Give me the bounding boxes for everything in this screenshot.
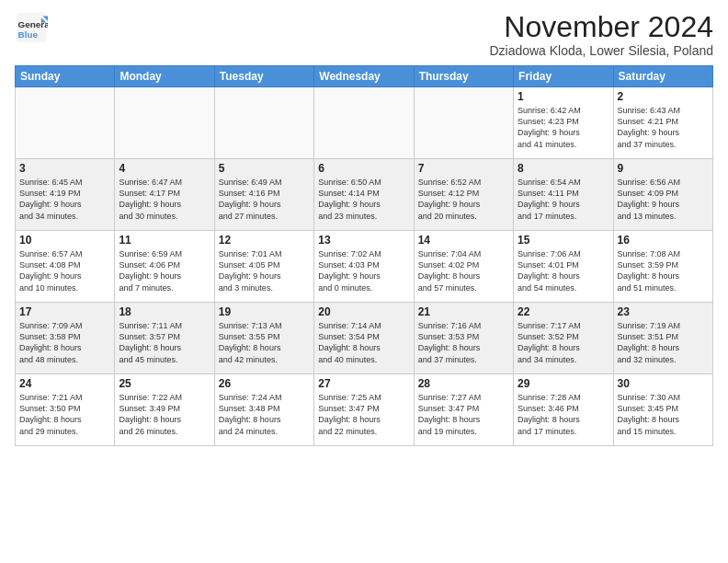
header: General Blue November 2024 Dziadowa Klod… xyxy=(15,11,713,58)
day-info: Sunrise: 6:57 AM Sunset: 4:08 PM Dayligh… xyxy=(19,248,110,293)
table-row: 11Sunrise: 6:59 AM Sunset: 4:06 PM Dayli… xyxy=(115,231,214,303)
calendar-week-row: 10Sunrise: 6:57 AM Sunset: 4:08 PM Dayli… xyxy=(16,231,713,303)
day-info: Sunrise: 7:01 AM Sunset: 4:05 PM Dayligh… xyxy=(219,248,310,293)
day-info: Sunrise: 6:59 AM Sunset: 4:06 PM Dayligh… xyxy=(119,248,210,293)
col-sunday: Sunday xyxy=(16,66,115,87)
day-number: 14 xyxy=(418,234,509,247)
day-number: 9 xyxy=(618,162,709,175)
day-info: Sunrise: 7:14 AM Sunset: 3:54 PM Dayligh… xyxy=(318,320,409,365)
day-number: 29 xyxy=(518,377,609,390)
day-info: Sunrise: 6:49 AM Sunset: 4:16 PM Dayligh… xyxy=(219,177,310,222)
day-number: 15 xyxy=(518,234,609,247)
title-block: November 2024 Dziadowa Kloda, Lower Sile… xyxy=(489,11,713,58)
day-info: Sunrise: 6:52 AM Sunset: 4:12 PM Dayligh… xyxy=(418,177,509,222)
day-info: Sunrise: 7:21 AM Sunset: 3:50 PM Dayligh… xyxy=(19,392,110,437)
table-row: 22Sunrise: 7:17 AM Sunset: 3:52 PM Dayli… xyxy=(514,303,613,374)
table-row xyxy=(214,87,313,159)
col-saturday: Saturday xyxy=(613,66,712,87)
table-row: 24Sunrise: 7:21 AM Sunset: 3:50 PM Dayli… xyxy=(16,374,115,446)
day-info: Sunrise: 7:22 AM Sunset: 3:49 PM Dayligh… xyxy=(119,392,210,437)
table-row xyxy=(115,87,214,159)
calendar-week-row: 3Sunrise: 6:45 AM Sunset: 4:19 PM Daylig… xyxy=(16,159,713,231)
day-number: 17 xyxy=(19,305,110,318)
day-info: Sunrise: 7:11 AM Sunset: 3:57 PM Dayligh… xyxy=(119,320,210,365)
table-row: 27Sunrise: 7:25 AM Sunset: 3:47 PM Dayli… xyxy=(314,374,414,446)
day-info: Sunrise: 7:13 AM Sunset: 3:55 PM Dayligh… xyxy=(219,320,310,365)
table-row: 17Sunrise: 7:09 AM Sunset: 3:58 PM Dayli… xyxy=(16,303,115,374)
col-tuesday: Tuesday xyxy=(214,66,313,87)
day-info: Sunrise: 7:04 AM Sunset: 4:02 PM Dayligh… xyxy=(418,248,509,293)
day-info: Sunrise: 7:19 AM Sunset: 3:51 PM Dayligh… xyxy=(618,320,709,365)
day-number: 13 xyxy=(318,234,409,247)
table-row: 23Sunrise: 7:19 AM Sunset: 3:51 PM Dayli… xyxy=(613,303,712,374)
day-info: Sunrise: 7:25 AM Sunset: 3:47 PM Dayligh… xyxy=(318,392,409,437)
logo-icon: General Blue xyxy=(15,11,48,44)
month-title: November 2024 xyxy=(489,11,713,43)
day-number: 22 xyxy=(518,305,609,318)
table-row: 28Sunrise: 7:27 AM Sunset: 3:47 PM Dayli… xyxy=(414,374,513,446)
table-row: 18Sunrise: 7:11 AM Sunset: 3:57 PM Dayli… xyxy=(115,303,214,374)
day-number: 16 xyxy=(618,234,709,247)
day-number: 11 xyxy=(119,234,210,247)
day-number: 24 xyxy=(19,377,110,390)
day-number: 18 xyxy=(119,305,210,318)
day-number: 20 xyxy=(318,305,409,318)
table-row: 14Sunrise: 7:04 AM Sunset: 4:02 PM Dayli… xyxy=(414,231,513,303)
table-row: 16Sunrise: 7:08 AM Sunset: 3:59 PM Dayli… xyxy=(613,231,712,303)
table-row: 8Sunrise: 6:54 AM Sunset: 4:11 PM Daylig… xyxy=(514,159,613,231)
table-row: 5Sunrise: 6:49 AM Sunset: 4:16 PM Daylig… xyxy=(214,159,313,231)
table-row: 19Sunrise: 7:13 AM Sunset: 3:55 PM Dayli… xyxy=(214,303,313,374)
day-number: 28 xyxy=(418,377,509,390)
calendar-table: Sunday Monday Tuesday Wednesday Thursday… xyxy=(15,65,713,446)
day-info: Sunrise: 6:42 AM Sunset: 4:23 PM Dayligh… xyxy=(518,105,609,150)
calendar-header-row: Sunday Monday Tuesday Wednesday Thursday… xyxy=(16,66,713,87)
table-row: 3Sunrise: 6:45 AM Sunset: 4:19 PM Daylig… xyxy=(16,159,115,231)
col-thursday: Thursday xyxy=(414,66,513,87)
day-info: Sunrise: 7:08 AM Sunset: 3:59 PM Dayligh… xyxy=(618,248,709,293)
day-number: 19 xyxy=(219,305,310,318)
day-info: Sunrise: 7:09 AM Sunset: 3:58 PM Dayligh… xyxy=(19,320,110,365)
day-info: Sunrise: 6:43 AM Sunset: 4:21 PM Dayligh… xyxy=(618,105,709,150)
day-number: 3 xyxy=(19,162,110,175)
day-number: 10 xyxy=(19,234,110,247)
day-info: Sunrise: 6:56 AM Sunset: 4:09 PM Dayligh… xyxy=(618,177,709,222)
table-row: 12Sunrise: 7:01 AM Sunset: 4:05 PM Dayli… xyxy=(214,231,313,303)
col-monday: Monday xyxy=(115,66,214,87)
table-row: 6Sunrise: 6:50 AM Sunset: 4:14 PM Daylig… xyxy=(314,159,414,231)
table-row: 26Sunrise: 7:24 AM Sunset: 3:48 PM Dayli… xyxy=(214,374,313,446)
calendar-week-row: 1Sunrise: 6:42 AM Sunset: 4:23 PM Daylig… xyxy=(16,87,713,159)
table-row: 9Sunrise: 6:56 AM Sunset: 4:09 PM Daylig… xyxy=(613,159,712,231)
day-info: Sunrise: 7:24 AM Sunset: 3:48 PM Dayligh… xyxy=(219,392,310,437)
page: General Blue November 2024 Dziadowa Klod… xyxy=(0,0,728,563)
day-number: 4 xyxy=(119,162,210,175)
day-info: Sunrise: 7:02 AM Sunset: 4:03 PM Dayligh… xyxy=(318,248,409,293)
table-row: 29Sunrise: 7:28 AM Sunset: 3:46 PM Dayli… xyxy=(514,374,613,446)
calendar-week-row: 24Sunrise: 7:21 AM Sunset: 3:50 PM Dayli… xyxy=(16,374,713,446)
day-info: Sunrise: 7:17 AM Sunset: 3:52 PM Dayligh… xyxy=(518,320,609,365)
day-info: Sunrise: 7:06 AM Sunset: 4:01 PM Dayligh… xyxy=(518,248,609,293)
location-subtitle: Dziadowa Kloda, Lower Silesia, Poland xyxy=(489,43,713,58)
day-info: Sunrise: 6:47 AM Sunset: 4:17 PM Dayligh… xyxy=(119,177,210,222)
table-row: 25Sunrise: 7:22 AM Sunset: 3:49 PM Dayli… xyxy=(115,374,214,446)
col-wednesday: Wednesday xyxy=(314,66,414,87)
day-info: Sunrise: 7:28 AM Sunset: 3:46 PM Dayligh… xyxy=(518,392,609,437)
table-row: 13Sunrise: 7:02 AM Sunset: 4:03 PM Dayli… xyxy=(314,231,414,303)
table-row: 30Sunrise: 7:30 AM Sunset: 3:45 PM Dayli… xyxy=(613,374,712,446)
table-row xyxy=(16,87,115,159)
day-info: Sunrise: 6:54 AM Sunset: 4:11 PM Dayligh… xyxy=(518,177,609,222)
day-number: 12 xyxy=(219,234,310,247)
calendar-week-row: 17Sunrise: 7:09 AM Sunset: 3:58 PM Dayli… xyxy=(16,303,713,374)
logo: General Blue xyxy=(15,11,48,44)
table-row xyxy=(414,87,513,159)
day-number: 1 xyxy=(518,90,609,103)
day-number: 2 xyxy=(618,90,709,103)
day-info: Sunrise: 7:30 AM Sunset: 3:45 PM Dayligh… xyxy=(618,392,709,437)
day-info: Sunrise: 6:50 AM Sunset: 4:14 PM Dayligh… xyxy=(318,177,409,222)
day-info: Sunrise: 7:27 AM Sunset: 3:47 PM Dayligh… xyxy=(418,392,509,437)
svg-text:Blue: Blue xyxy=(18,29,39,40)
day-number: 26 xyxy=(219,377,310,390)
col-friday: Friday xyxy=(514,66,613,87)
table-row: 10Sunrise: 6:57 AM Sunset: 4:08 PM Dayli… xyxy=(16,231,115,303)
table-row: 7Sunrise: 6:52 AM Sunset: 4:12 PM Daylig… xyxy=(414,159,513,231)
table-row: 20Sunrise: 7:14 AM Sunset: 3:54 PM Dayli… xyxy=(314,303,414,374)
